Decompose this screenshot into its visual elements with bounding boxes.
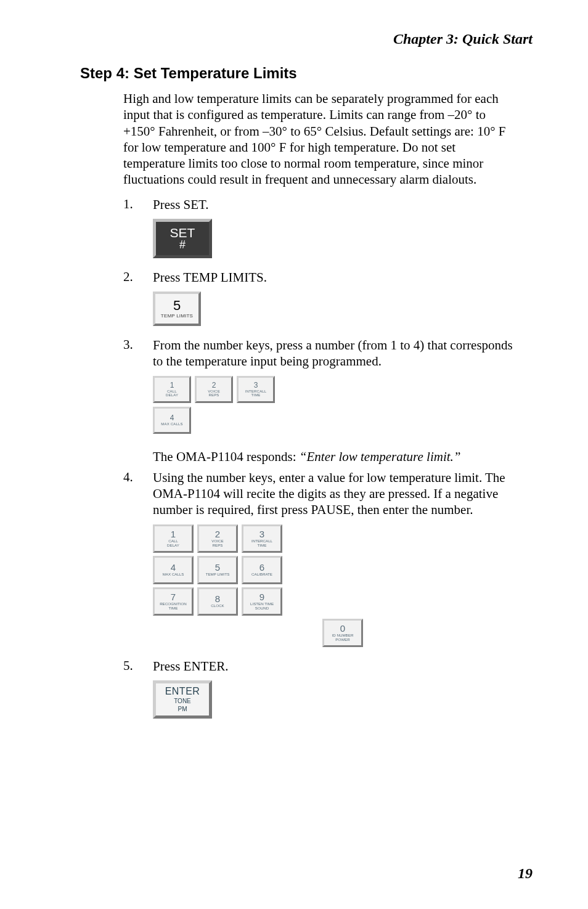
chapter-header: Chapter 3: Quick Start: [55, 31, 533, 47]
keypad-key-9: 9LISTEN TIMESOUND: [242, 587, 282, 616]
full-keypad-figure: 1CALLDELAY 2VOICEREPS 3INTERCALLTIME 4MA…: [153, 524, 533, 647]
set-label: SET: [170, 226, 195, 239]
step-number: 3.: [123, 337, 153, 370]
hash-label: #: [179, 239, 186, 250]
set-button-figure: SET #: [153, 219, 533, 258]
step-2: 2. Press TEMP LIMITS.: [123, 269, 514, 285]
key-label: MAX CALLS: [161, 422, 182, 426]
enter-button: ENTER TONE PM: [153, 680, 212, 719]
key-label: VOICEREPS: [208, 389, 220, 397]
key-3: 3 INTERCALLTIME: [237, 376, 275, 403]
keypad-key-0: 0ID NUMBERPOWER: [322, 619, 363, 647]
step-4: 4. Using the number keys, enter a value …: [123, 470, 514, 518]
step-1: 1. Press SET.: [123, 197, 514, 213]
key-label: CALLDELAY: [166, 389, 178, 397]
enter-label: ENTER: [165, 687, 200, 696]
key-label: MAX CALLS: [163, 573, 184, 577]
key5-figure: 5 TEMP LIMITS: [153, 291, 533, 326]
keypad-key-2: 2VOICEREPS: [197, 524, 238, 553]
key-label: TEMP LIMITS: [161, 313, 193, 319]
keypad-key-7: 7RECOGNITIONTIME: [153, 587, 194, 616]
step-number: 1.: [123, 197, 153, 213]
pm-label: PM: [178, 706, 187, 712]
keypad-key-8: 8CLOCK: [197, 587, 238, 616]
keys-1-4-grid: 1 CALLDELAY 2 VOICEREPS 3 INTERCALLTIME …: [153, 376, 275, 438]
tone-label: TONE: [174, 698, 191, 704]
response-prefix: The OMA-P1104 responds:: [153, 449, 300, 464]
step-text: Using the number keys, enter a value for…: [153, 470, 514, 518]
step-number: 2.: [123, 269, 153, 285]
device-response: The OMA-P1104 responds: “Enter low tempe…: [153, 449, 514, 465]
key-number: 8: [215, 594, 220, 603]
key-label: ID NUMBERPOWER: [332, 634, 354, 642]
key-number: 9: [259, 592, 264, 601]
keypad-key-4: 4MAX CALLS: [153, 556, 194, 584]
key-number: 2: [215, 529, 220, 539]
key-number: 1: [170, 381, 174, 389]
key-1: 1 CALLDELAY: [153, 376, 191, 403]
key-number: 3: [259, 529, 264, 539]
step-number: 5.: [123, 658, 153, 674]
key-label: TEMP LIMITS: [206, 573, 230, 577]
key-label: INTERCALLTIME: [251, 539, 272, 547]
step-number: 4.: [123, 470, 153, 518]
step-text: Press ENTER.: [153, 658, 514, 674]
intro-paragraph: High and low temperature limits can be s…: [123, 91, 514, 188]
step-5: 5. Press ENTER.: [123, 658, 514, 674]
key-number: 2: [212, 381, 216, 389]
keypad-key-1: 1CALLDELAY: [153, 524, 194, 553]
step-text: From the number keys, press a number (fr…: [153, 337, 514, 370]
enter-button-figure: ENTER TONE PM: [153, 680, 533, 719]
key-number: 5: [173, 299, 181, 312]
keys-1-4-figure: 1 CALLDELAY 2 VOICEREPS 3 INTERCALLTIME …: [153, 376, 533, 438]
key-label: LISTEN TIMESOUND: [250, 602, 274, 610]
key-number: 7: [171, 592, 176, 601]
key-4: 4 MAX CALLS: [153, 407, 191, 434]
step-text: Press SET.: [153, 197, 514, 213]
key-label: RECOGNITIONTIME: [160, 602, 187, 610]
keypad-key-5: 5TEMP LIMITS: [197, 556, 238, 584]
keypad-key-6: 6CALIBRATE: [242, 556, 282, 584]
step-title: Step 4: Set Temperature Limits: [80, 65, 533, 82]
key-number: 4: [170, 414, 174, 422]
step-text: Press TEMP LIMITS.: [153, 269, 514, 285]
key-number: 0: [340, 624, 345, 633]
key-2: 2 VOICEREPS: [195, 376, 233, 403]
key-label: CLOCK: [211, 604, 224, 608]
keypad-key-3: 3INTERCALLTIME: [242, 524, 282, 553]
key-number: 3: [254, 381, 258, 389]
full-keypad: 1CALLDELAY 2VOICEREPS 3INTERCALLTIME 4MA…: [153, 524, 533, 647]
step-3: 3. From the number keys, press a number …: [123, 337, 514, 370]
key-label: CALLDELAY: [167, 539, 179, 547]
key-number: 1: [171, 529, 176, 539]
key-5-temp-limits: 5 TEMP LIMITS: [153, 291, 201, 326]
key-number: 4: [171, 563, 176, 572]
key-label: INTERCALLTIME: [245, 389, 267, 397]
set-button: SET #: [153, 219, 212, 258]
response-quote: “Enter low temperature limit.”: [300, 449, 461, 464]
key-number: 6: [259, 563, 264, 572]
page-number: 19: [518, 865, 533, 882]
key-label: VOICEREPS: [211, 539, 223, 547]
key-number: 5: [215, 563, 220, 572]
key-label: CALIBRATE: [251, 573, 272, 577]
